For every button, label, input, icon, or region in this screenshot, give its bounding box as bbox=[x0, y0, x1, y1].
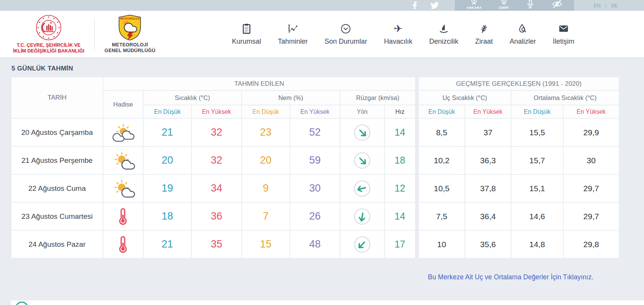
ext-min-value: 8,5 bbox=[419, 119, 464, 146]
nav-item-iletisim[interactable]: İletişim bbox=[544, 23, 583, 46]
topbar: ANKARA İZMİR bbox=[0, 0, 644, 11]
mgm-logo[interactable]: METEOROLOJİ METEOROLOJİ GENEL MÜDÜRLÜĞÜ bbox=[105, 15, 155, 54]
row-date: 22 Ağustos Cuma bbox=[11, 175, 103, 202]
site-header: T.C. ÇEVRE, ŞEHİRCİLİK VE İKLİM DEĞİŞİKL… bbox=[0, 11, 644, 57]
temp-min-value: 21 bbox=[144, 231, 191, 258]
col-header-date: TARİH bbox=[11, 77, 103, 118]
hum-max-value: 30 bbox=[290, 175, 340, 202]
hum-min-value: 15 bbox=[242, 231, 289, 258]
row-date: 24 Ağustos Pazar bbox=[11, 231, 103, 258]
ext-max-value: 36,4 bbox=[465, 203, 511, 230]
nav-label: Tahminler bbox=[278, 38, 308, 46]
avg-min-value: 14,6 bbox=[512, 203, 563, 230]
ext-max-value: 36,3 bbox=[465, 147, 511, 174]
avg-max-value: 29,8 bbox=[564, 231, 619, 258]
topbar-tools: ANKARA İZMİR bbox=[455, 0, 574, 11]
avg-min-value: 15,1 bbox=[512, 175, 563, 202]
subheader-temp-min: En Düşük bbox=[144, 105, 191, 118]
wind-direction-icon bbox=[340, 147, 384, 174]
ext-min-value: 10,5 bbox=[419, 175, 464, 202]
facebook-icon[interactable] bbox=[410, 0, 420, 11]
hum-max-value: 48 bbox=[290, 231, 340, 258]
ministry-logo[interactable]: T.C. ÇEVRE, ŞEHİRCİLİK VE İKLİM DEĞİŞİKL… bbox=[13, 14, 84, 54]
subheader-avg-min: En Düşük bbox=[512, 105, 563, 118]
subheader-ext-min: En Düşük bbox=[419, 105, 464, 118]
hum-max-value: 59 bbox=[290, 147, 340, 174]
nav-item-son-durumlar[interactable]: Son Durumlar bbox=[316, 23, 376, 46]
temp-max-value: 34 bbox=[192, 175, 241, 202]
nav-item-havacilik[interactable]: ✈ Havacılık bbox=[376, 23, 421, 46]
nav-label: İletişim bbox=[553, 38, 574, 46]
mgm-name-line1: METEOROLOJİ bbox=[112, 42, 148, 48]
ministry-emblem-icon bbox=[35, 14, 62, 41]
subheader-hum-max: En Yüksek bbox=[290, 105, 340, 118]
nav-item-kurumsal[interactable]: Kurumsal bbox=[224, 23, 270, 46]
ext-max-value: 37 bbox=[465, 119, 511, 146]
col-header-extreme-temp: Uç Sıcaklık (°C) bbox=[419, 91, 511, 105]
temp-min-value: 20 bbox=[144, 147, 191, 174]
col-header-wind: Rüzgar (km/sa) bbox=[340, 91, 415, 105]
microphone-icon[interactable] bbox=[526, 0, 535, 9]
wind-speed-value: 12 bbox=[385, 175, 415, 202]
ministry-name-line2: İKLİM DEĞİŞİKLİĞİ BAKANLIĞI bbox=[13, 48, 84, 54]
nav-item-denizcilik[interactable]: Denizcilik bbox=[421, 23, 467, 46]
lang-en[interactable]: EN bbox=[594, 3, 601, 8]
weather-icon bbox=[103, 119, 143, 146]
nav-item-tahminler[interactable]: Tahminler bbox=[270, 23, 316, 46]
language-switch: EN | DE bbox=[594, 3, 618, 8]
main-nav: Kurumsal Tahminler Son Durumlar ✈ Havacı… bbox=[224, 23, 583, 46]
avg-max-value: 29,9 bbox=[564, 119, 619, 146]
nav-label: Havacılık bbox=[384, 38, 412, 46]
ext-max-value: 37,8 bbox=[465, 175, 511, 202]
accessibility-eye-icon[interactable] bbox=[552, 0, 562, 9]
lang-de[interactable]: DE bbox=[611, 3, 618, 8]
webcam-ankara[interactable]: ANKARA bbox=[466, 0, 482, 10]
ministry-name-line1: T.C. ÇEVRE, ŞEHİRCİLİK VE bbox=[17, 43, 81, 48]
row-date: 20 Ağustos Çarşamba bbox=[11, 119, 103, 146]
subheader-hum-min: En Düşük bbox=[242, 105, 289, 118]
subheader-wind-dir: Yön bbox=[340, 105, 384, 118]
row-date: 23 Ağustos Cumartesi bbox=[11, 203, 103, 230]
weather-icon bbox=[103, 231, 143, 258]
nav-label: Ziraat bbox=[475, 38, 493, 46]
hum-max-value: 52 bbox=[290, 119, 340, 146]
main-content: 5 GÜNLÜK TAHMİN TARİH TAHMİN EDİLEN GEÇM… bbox=[0, 65, 644, 281]
wheat-icon bbox=[479, 23, 489, 34]
mgm-name-line2: GENEL MÜDÜRLÜĞÜ bbox=[105, 48, 155, 54]
avg-min-value: 14,8 bbox=[512, 231, 563, 258]
extremes-link[interactable]: Bu Merkeze Ait Uç ve Ortalama Değerler İ… bbox=[428, 273, 593, 281]
weather-icon bbox=[103, 147, 143, 174]
hum-min-value: 7 bbox=[242, 203, 289, 230]
weather-icon bbox=[103, 175, 143, 202]
footer-link-row: Bu Merkeze Ait Uç ve Ortalama Değerler İ… bbox=[11, 273, 630, 281]
ext-min-value: 10 bbox=[419, 231, 464, 258]
logo-divider bbox=[94, 18, 95, 51]
subheader-ext-max: En Yüksek bbox=[465, 105, 511, 118]
nav-item-ziraat[interactable]: Ziraat bbox=[467, 23, 501, 46]
col-header-temp: Sıcaklık (°C) bbox=[144, 91, 241, 105]
col-header-event: Hadise bbox=[103, 91, 143, 118]
page-title: 5 GÜNLÜK TAHMİN bbox=[11, 65, 633, 72]
temp-min-value: 21 bbox=[144, 119, 191, 146]
avg-max-value: 29,7 bbox=[564, 203, 619, 230]
bottom-panel bbox=[11, 300, 644, 305]
subheader-temp-max: En Yüksek bbox=[192, 105, 241, 118]
forecast-table: TARİH TAHMİN EDİLEN GEÇMİŞTE GERÇEKLEŞEN… bbox=[11, 77, 619, 258]
compass-icon bbox=[15, 302, 28, 305]
subheader-wind-speed: Hız bbox=[385, 105, 415, 118]
row-date: 21 Ağustos Perşembe bbox=[11, 147, 103, 174]
ext-min-value: 10,2 bbox=[419, 147, 464, 174]
nav-item-analizler[interactable]: Analizler bbox=[501, 23, 544, 46]
hum-min-value: 20 bbox=[242, 147, 289, 174]
temp-max-value: 32 bbox=[192, 119, 241, 146]
webcam-izmir[interactable]: İZMİR bbox=[499, 0, 509, 10]
plane-icon: ✈ bbox=[394, 23, 403, 34]
line-chart-icon bbox=[288, 23, 298, 34]
webcam-label: İZMİR bbox=[499, 6, 509, 10]
nav-label: Analizler bbox=[510, 38, 536, 46]
envelope-icon bbox=[558, 23, 569, 34]
avg-max-value: 29,7 bbox=[564, 175, 619, 202]
svg-text:METEOROLOJİ: METEOROLOJİ bbox=[120, 17, 140, 20]
nav-label: Denizcilik bbox=[429, 38, 458, 46]
twitter-icon[interactable] bbox=[430, 0, 440, 11]
